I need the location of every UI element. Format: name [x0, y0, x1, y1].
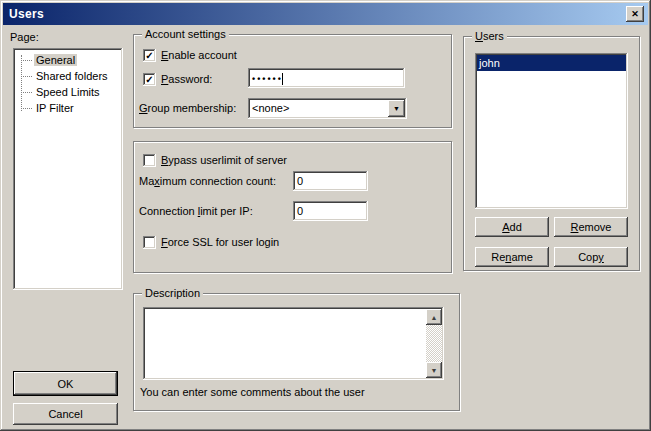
enable-account-checkbox[interactable]: ✓: [143, 49, 156, 62]
limits-group: Bypass userlimit of server Maximum conne…: [133, 141, 452, 273]
users-dialog: Users ✕ Page: General Shared folders Spe…: [0, 0, 651, 431]
connection-limit-ip-input[interactable]: 0: [293, 201, 368, 221]
chevron-down-icon[interactable]: ▼: [388, 100, 405, 117]
copy-button[interactable]: Copy: [554, 247, 628, 267]
rename-button[interactable]: Rename: [475, 247, 549, 267]
description-group: Description ▲ ▼ You can enter some comme…: [133, 293, 460, 411]
description-scrollbar[interactable]: ▲ ▼: [426, 309, 442, 378]
close-button[interactable]: ✕: [626, 6, 644, 22]
connection-limit-ip-label: Connection limit per IP:: [139, 205, 253, 218]
bypass-userlimit-checkbox[interactable]: [143, 154, 156, 167]
max-connection-label: Maximum connection count:: [139, 175, 276, 188]
group-membership-label: Group membership:: [139, 102, 236, 115]
remove-button[interactable]: Remove: [554, 217, 628, 237]
user-list-item[interactable]: john: [477, 55, 626, 71]
description-hint: You can enter some comments about the us…: [140, 386, 365, 399]
group-membership-value: <none>: [252, 101, 289, 115]
max-connection-input[interactable]: 0: [293, 171, 368, 191]
ok-button[interactable]: OK: [13, 371, 118, 396]
users-listbox[interactable]: john: [475, 53, 628, 209]
window-title: Users: [9, 7, 44, 21]
bypass-userlimit-label[interactable]: Bypass userlimit of server: [161, 154, 287, 167]
account-settings-group: Account settings ✓ Enable account ✓ Pass…: [133, 34, 452, 128]
users-group: Users john Add Remove Rename Copy: [463, 36, 640, 271]
scroll-down-icon[interactable]: ▼: [426, 362, 442, 378]
force-ssl-label[interactable]: Force SSL for user login: [161, 236, 279, 249]
page-tree[interactable]: General Shared folders Speed Limits IP F…: [13, 48, 123, 290]
force-ssl-checkbox[interactable]: [143, 236, 156, 249]
description-title: Description: [142, 287, 203, 300]
password-checkbox[interactable]: ✓: [143, 73, 156, 86]
scroll-up-icon[interactable]: ▲: [426, 309, 442, 325]
account-settings-title: Account settings: [142, 28, 229, 41]
page-item-ip-filter[interactable]: IP Filter: [13, 100, 123, 116]
close-icon: ✕: [631, 9, 639, 19]
title-bar[interactable]: Users ✕: [3, 3, 648, 25]
password-input[interactable]: ••••••: [248, 68, 405, 88]
page-label: Page:: [10, 31, 39, 44]
page-item-shared-folders[interactable]: Shared folders: [13, 68, 123, 84]
add-button[interactable]: Add: [475, 217, 549, 237]
password-label[interactable]: Password:: [161, 73, 212, 86]
scrollbar-track[interactable]: [426, 325, 442, 362]
page-item-speed-limits[interactable]: Speed Limits: [13, 84, 123, 100]
cancel-button[interactable]: Cancel: [13, 403, 118, 425]
users-group-title: Users: [472, 30, 507, 43]
description-textarea[interactable]: ▲ ▼: [143, 307, 444, 380]
page-item-general[interactable]: General: [13, 52, 123, 68]
group-membership-select[interactable]: <none> ▼: [248, 98, 407, 119]
enable-account-label[interactable]: Enable account: [161, 49, 237, 62]
text-caret: [282, 73, 283, 85]
